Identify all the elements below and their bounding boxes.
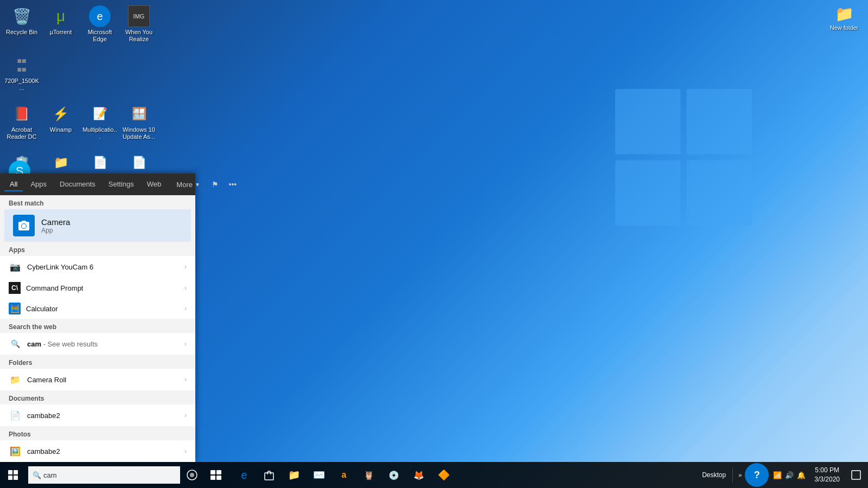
network-icon[interactable]: 📶	[772, 463, 783, 487]
desktop-icon-acrobat[interactable]: 📕 Acrobat Reader DC	[2, 100, 41, 149]
svg-rect-8	[14, 476, 18, 480]
svg-rect-1	[687, 89, 752, 154]
desktop-icon-edge[interactable]: e Microsoft Edge	[80, 2, 119, 51]
tab-documents[interactable]: Documents	[54, 178, 101, 191]
taskbar-store-icon[interactable]	[257, 463, 281, 487]
svg-rect-12	[216, 470, 221, 474]
svg-rect-13	[210, 476, 215, 480]
desktop: 🗑️ Recycle Bin μ µTorrent e Microsoft Ed…	[0, 0, 868, 488]
taskbar-tripadvisor-icon[interactable]: 🦉	[357, 463, 381, 487]
taskbar-firefox-icon[interactable]: 🦊	[407, 463, 431, 487]
tab-all[interactable]: All	[4, 178, 23, 191]
result-cambabe2-photo[interactable]: 🖼️ cambabe2 ›	[0, 440, 195, 462]
notification-icon[interactable]: 🔔	[796, 463, 807, 487]
cmd-arrow-icon: ›	[184, 284, 187, 292]
taskbar-search-input[interactable]	[28, 466, 180, 484]
more-chevron-icon: ▼	[195, 182, 200, 188]
tab-settings[interactable]: Settings	[103, 178, 139, 191]
svg-point-4	[22, 224, 26, 228]
search-tabs-bar: All Apps Documents Settings Web More ▼ ⚑…	[0, 174, 195, 195]
calc-arrow-icon: ›	[184, 305, 187, 312]
svg-rect-11	[210, 470, 215, 474]
svg-rect-5	[8, 470, 12, 474]
folders-section-label: Folders	[0, 355, 195, 369]
taskbar-amazon-icon[interactable]: a	[332, 463, 356, 487]
taskbar-pinned-apps: e 📁 ✉️ a 🦉 💿 🦊 🔶	[232, 463, 456, 487]
best-match-label: Best match	[0, 195, 195, 209]
taskbar-mail-icon[interactable]: ✉️	[307, 463, 331, 487]
desktop-label-btn[interactable]: Desktop	[698, 462, 730, 488]
search-web-label: Search the web	[0, 319, 195, 333]
taskbar-right-area: Desktop » ? 📶 🔊 🔔 5:00 PM 3/3/2020	[698, 462, 868, 488]
web-search-icon: 🔍	[9, 337, 22, 350]
expand-sys-tray-button[interactable]: »	[735, 463, 745, 487]
documents-section-label: Documents	[0, 390, 195, 404]
task-view-button[interactable]	[204, 463, 228, 487]
best-match-camera[interactable]: Camera App	[4, 209, 191, 242]
help-icon-btn[interactable]: ?	[745, 463, 769, 487]
system-tray: 📶 🔊 🔔	[769, 463, 810, 487]
cambabe2-photo-arrow-icon: ›	[184, 447, 187, 455]
cortana-button[interactable]	[180, 463, 204, 487]
svg-rect-16	[852, 471, 860, 479]
youcam-arrow-icon: ›	[184, 263, 187, 271]
desktop-icon-multiplication[interactable]: 📝 Multiplicatio...	[80, 100, 119, 149]
cmd-icon: C\	[9, 282, 21, 294]
taskbar-search-icon: 🔍	[33, 471, 41, 479]
camera-roll-arrow-icon: ›	[184, 376, 187, 383]
svg-rect-15	[265, 473, 273, 480]
svg-rect-6	[14, 470, 18, 474]
youcam-icon: 📷	[9, 260, 22, 273]
volume-icon[interactable]: 🔊	[784, 463, 795, 487]
tab-apps[interactable]: Apps	[25, 178, 52, 191]
windows-logo-watermark	[608, 81, 760, 233]
taskbar-edge-icon[interactable]: e	[232, 463, 256, 487]
search-results: Best match Camera App Apps 📷 CyberLi	[0, 195, 195, 462]
svg-rect-3	[687, 160, 752, 226]
desktop-icon-when-you-realize[interactable]: IMG When You Realize	[119, 2, 158, 51]
desktop-icon-utorrent[interactable]: μ µTorrent	[41, 2, 80, 51]
feedback-icon[interactable]: ⚑	[208, 177, 223, 192]
svg-rect-2	[615, 160, 680, 226]
tab-web[interactable]: Web	[142, 178, 167, 191]
taskbar-daemon-icon[interactable]: 💿	[382, 463, 406, 487]
svg-point-10	[190, 473, 194, 477]
start-button[interactable]	[0, 462, 26, 488]
taskbar-file-explorer-icon[interactable]: 📁	[282, 463, 306, 487]
svg-rect-0	[615, 89, 680, 154]
result-camera-roll[interactable]: 📁 Camera Roll ›	[0, 369, 195, 390]
web-search-arrow-icon: ›	[184, 340, 187, 348]
svg-rect-7	[8, 476, 12, 480]
result-command-prompt[interactable]: C\ Command Prompt ›	[0, 278, 195, 298]
cambabe2-photo-icon: 🖼️	[9, 445, 22, 458]
photos-section-label: Photos	[0, 426, 195, 440]
camera-roll-folder-icon: 📁	[9, 373, 22, 386]
clock-display[interactable]: 5:00 PM 3/3/2020	[810, 466, 844, 484]
desktop-icon-winamp[interactable]: ⚡ Winamp	[41, 100, 80, 149]
taskbar-search-wrapper[interactable]: 🔍	[28, 466, 180, 484]
apps-section-label: Apps	[0, 242, 195, 256]
desktop-icon-720p[interactable]: ■■■■ 720P_1500K...	[2, 51, 41, 100]
desktop-icon-recycle-bin[interactable]: 🗑️ Recycle Bin	[2, 2, 41, 51]
search-panel: All Apps Documents Settings Web More ▼ ⚑…	[0, 174, 195, 462]
taskbar-divider	[732, 467, 733, 483]
tab-more[interactable]: More ▼	[171, 178, 206, 191]
cambabe2-doc-arrow-icon: ›	[184, 412, 187, 419]
taskbar-vlc-icon[interactable]: 🔶	[432, 463, 456, 487]
options-icon[interactable]: •••	[225, 177, 240, 192]
result-calculator[interactable]: 🧮 Calculator ›	[0, 298, 195, 319]
calc-icon: 🧮	[9, 303, 21, 314]
result-cambabe2-doc[interactable]: 📄 cambabe2 ›	[0, 404, 195, 426]
result-cyberlink-youcam[interactable]: 📷 CyberLink YouCam 6 ›	[0, 256, 195, 278]
camera-app-icon	[13, 215, 35, 236]
desktop-icon-win10-update[interactable]: 🪟 Windows 10 Update As...	[119, 100, 158, 149]
web-search-cam[interactable]: 🔍 cam - See web results ›	[0, 333, 195, 355]
notification-center-button[interactable]	[844, 463, 868, 487]
cambabe2-doc-icon: 📄	[9, 409, 22, 422]
desktop-icon-new-folder-right[interactable]: 📁 New folder	[825, 3, 864, 31]
svg-rect-14	[216, 476, 221, 480]
taskbar: 🔍 e	[0, 462, 868, 488]
